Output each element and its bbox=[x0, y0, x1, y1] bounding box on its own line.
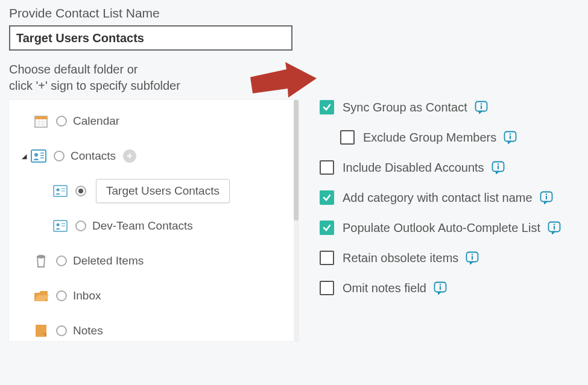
choose-folder-label: Choose default folder or click '+' sign … bbox=[9, 61, 579, 94]
contacts-icon bbox=[31, 148, 46, 164]
tree-row-notes[interactable]: Notes bbox=[15, 321, 292, 341]
choose-folder-label-line1: Choose default folder or bbox=[9, 63, 138, 76]
contact-list-name-input[interactable] bbox=[9, 25, 292, 51]
svg-rect-34 bbox=[546, 196, 547, 199]
checkbox-include-disabled[interactable] bbox=[320, 160, 334, 175]
contact-list-name-label: Provide Contact List Name bbox=[9, 6, 579, 20]
svg-rect-31 bbox=[498, 166, 499, 169]
tree-row-inbox[interactable]: Inbox bbox=[15, 286, 292, 306]
option-label: Add category with contact list name bbox=[343, 191, 533, 205]
tree-row-target-users[interactable]: Target Users Contacts bbox=[15, 181, 292, 201]
svg-rect-25 bbox=[481, 105, 482, 109]
info-icon[interactable] bbox=[434, 281, 447, 295]
tree-label-inbox: Inbox bbox=[73, 289, 101, 302]
svg-point-33 bbox=[545, 193, 546, 195]
checkbox-add-category[interactable] bbox=[320, 190, 334, 205]
contact-card-icon bbox=[52, 183, 68, 199]
options-column: Sync Group as Contact Exclude Group Memb… bbox=[320, 100, 561, 311]
add-subfolder-button[interactable]: + bbox=[123, 149, 136, 163]
option-label: Sync Group as Contact bbox=[343, 101, 467, 114]
radio-inbox[interactable] bbox=[56, 290, 67, 301]
tree-label-calendar: Calendar bbox=[73, 114, 119, 128]
svg-point-17 bbox=[57, 224, 60, 227]
svg-point-30 bbox=[497, 163, 498, 164]
svg-rect-28 bbox=[510, 136, 511, 139]
checkbox-sync-group[interactable] bbox=[320, 100, 334, 114]
radio-calendar[interactable] bbox=[56, 116, 67, 127]
svg-rect-40 bbox=[472, 256, 473, 260]
option-retain-obsolete[interactable]: Retain obsolete items bbox=[320, 251, 561, 265]
option-label: Populate Outlook Auto-Complete List bbox=[343, 221, 540, 235]
option-label: Retain obsolete items bbox=[343, 251, 458, 265]
scrollbar-track[interactable] bbox=[294, 100, 299, 341]
info-icon[interactable] bbox=[504, 131, 517, 144]
option-add-category[interactable]: Add category with contact list name bbox=[320, 190, 561, 205]
trash-icon bbox=[33, 253, 49, 269]
tree-label-notes: Notes bbox=[73, 324, 103, 337]
svg-point-36 bbox=[554, 224, 555, 225]
svg-point-13 bbox=[57, 189, 60, 192]
checkbox-retain-obsolete[interactable] bbox=[320, 251, 334, 265]
checkbox-populate-autocomplete[interactable] bbox=[320, 221, 334, 235]
folder-tree-panel: Calendar ◢ Contacts + Target Users Conta… bbox=[9, 100, 299, 341]
option-include-disabled[interactable]: Include Disabled Accounts bbox=[320, 160, 561, 175]
option-label: Exclude Group Members bbox=[363, 131, 496, 145]
info-icon[interactable] bbox=[548, 221, 561, 234]
svg-point-39 bbox=[472, 254, 473, 255]
inbox-icon bbox=[33, 288, 49, 304]
svg-point-8 bbox=[34, 153, 38, 157]
svg-point-24 bbox=[481, 103, 482, 104]
info-icon[interactable] bbox=[492, 161, 505, 174]
scrollbar-thumb[interactable] bbox=[294, 100, 299, 221]
contact-card-icon bbox=[52, 218, 68, 234]
tree-label-deleted: Deleted Items bbox=[73, 254, 144, 268]
radio-contacts[interactable] bbox=[54, 151, 65, 161]
svg-point-42 bbox=[440, 284, 441, 285]
info-icon[interactable] bbox=[466, 251, 479, 264]
option-populate-autocomplete[interactable]: Populate Outlook Auto-Complete List bbox=[320, 221, 561, 235]
option-sync-group[interactable]: Sync Group as Contact bbox=[320, 100, 561, 114]
svg-rect-37 bbox=[554, 226, 555, 230]
tree-row-contacts[interactable]: ◢ Contacts + bbox=[15, 146, 292, 166]
svg-rect-43 bbox=[440, 286, 441, 290]
tree-row-dev-team[interactable]: Dev-Team Contacts bbox=[15, 216, 292, 236]
info-icon[interactable] bbox=[540, 191, 553, 204]
calendar-icon bbox=[33, 113, 49, 129]
tree-row-calendar[interactable]: Calendar bbox=[15, 111, 292, 131]
svg-point-27 bbox=[510, 133, 511, 134]
tree-label-dev-team: Dev-Team Contacts bbox=[92, 219, 193, 233]
tree-row-deleted[interactable]: Deleted Items bbox=[15, 251, 292, 271]
option-label: Include Disabled Accounts bbox=[343, 161, 484, 175]
checkbox-exclude-members[interactable] bbox=[340, 130, 355, 145]
info-icon[interactable] bbox=[475, 101, 488, 114]
tree-label-target-users: Target Users Contacts bbox=[96, 179, 230, 203]
svg-rect-1 bbox=[35, 116, 47, 119]
checkbox-omit-notes[interactable] bbox=[320, 281, 334, 295]
radio-target-users[interactable] bbox=[75, 186, 86, 196]
radio-notes[interactable] bbox=[56, 325, 67, 336]
notes-icon bbox=[33, 323, 49, 339]
tree-label-contacts: Contacts bbox=[71, 149, 116, 163]
radio-dev-team[interactable] bbox=[75, 221, 86, 231]
option-exclude-members[interactable]: Exclude Group Members bbox=[340, 130, 561, 145]
option-omit-notes[interactable]: Omit notes field bbox=[320, 281, 561, 295]
radio-deleted[interactable] bbox=[56, 255, 67, 266]
choose-folder-label-line2: click '+' sign to specify subfolder bbox=[9, 79, 180, 92]
option-label: Omit notes field bbox=[343, 281, 426, 295]
caret-down-icon[interactable]: ◢ bbox=[20, 152, 28, 160]
